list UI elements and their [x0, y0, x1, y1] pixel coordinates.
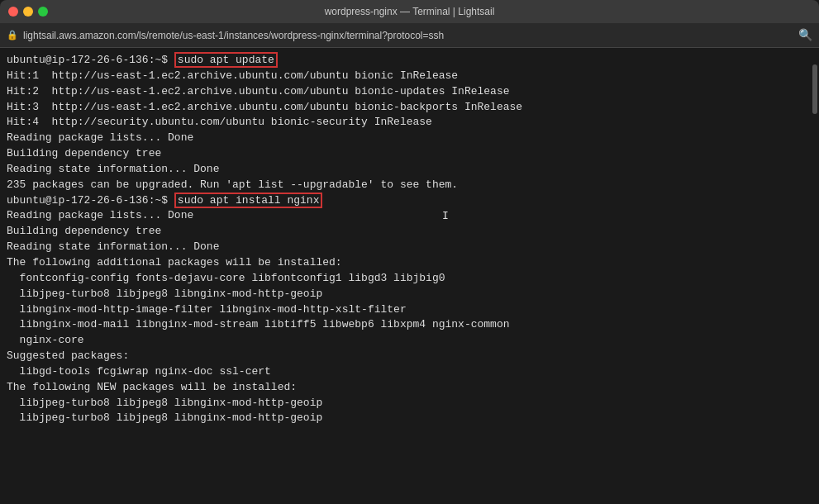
- titlebar: wordpress-nginx — Terminal | Lightsail: [0, 0, 819, 23]
- command-1: sudo apt update: [174, 52, 278, 68]
- line-14: The following additional packages will b…: [7, 256, 342, 269]
- address-text[interactable]: lightsail.aws.amazon.com/ls/remote/us-ea…: [23, 30, 444, 41]
- line-5: Hit:4 http://security.ubuntu.com/ubuntu …: [7, 116, 432, 128]
- line-4: Hit:3 http://us-east-1.ec2.archive.ubunt…: [7, 101, 522, 113]
- window-title: wordpress-nginx — Terminal | Lightsail: [325, 6, 495, 17]
- maximize-button[interactable]: [38, 7, 48, 17]
- line-22: The following NEW packages will be insta…: [7, 381, 297, 393]
- line-12: Building dependency tree: [7, 225, 264, 237]
- search-icon[interactable]: 🔍: [798, 28, 812, 42]
- window: wordpress-nginx — Terminal | Lightsail 🔒…: [0, 0, 819, 504]
- lock-icon: 🔒: [7, 30, 18, 40]
- line-9: 235 packages can be upgraded. Run 'apt l…: [7, 178, 458, 191]
- line-19: nginx-core: [7, 334, 84, 346]
- line-2: Hit:1 http://us-east-1.ec2.archive.ubunt…: [7, 69, 458, 82]
- addressbar: 🔒 lightsail.aws.amazon.com/ls/remote/us-…: [0, 23, 819, 48]
- line-7: Building dependency tree: [7, 147, 161, 159]
- line-23: libjpeg-turbo8 libjpeg8 libnginx-mod-htt…: [7, 397, 322, 409]
- traffic-lights: [8, 7, 48, 17]
- cursor: I: [442, 209, 449, 222]
- line-11: Reading package lists... Done: [7, 209, 193, 221]
- terminal[interactable]: ubuntu@ip-172-26-6-136:~$ sudo apt updat…: [0, 48, 819, 504]
- line-18: libnginx-mod-mail libnginx-mod-stream li…: [7, 318, 510, 330]
- prompt-1: ubuntu@ip-172-26-6-136:~$: [7, 54, 174, 66]
- line-3: Hit:2 http://us-east-1.ec2.archive.ubunt…: [7, 85, 510, 97]
- prompt-2: ubuntu@ip-172-26-6-136:~$: [7, 194, 174, 207]
- line-15: fontconfig-config fonts-dejavu-core libf…: [7, 272, 445, 284]
- line-16: libjpeg-turbo8 libjpeg8 libnginx-mod-htt…: [7, 288, 322, 300]
- line-24: libjpeg-turbo8 libjpeg8 libnginx-mod-htt…: [7, 411, 322, 424]
- line-6: Reading package lists... Done: [7, 131, 193, 144]
- close-button[interactable]: [8, 7, 18, 17]
- line-21: libgd-tools fcgiwrap nginx-doc ssl-cert: [7, 365, 271, 378]
- line-13: Reading state information... Done: [7, 240, 219, 253]
- terminal-output: ubuntu@ip-172-26-6-136:~$ sudo apt updat…: [7, 53, 812, 426]
- minimize-button[interactable]: [23, 7, 33, 17]
- command-2: sudo apt install nginx: [174, 193, 323, 208]
- line-8: Reading state information... Done: [7, 163, 219, 175]
- line-17: libnginx-mod-http-image-filter libnginx-…: [7, 303, 407, 316]
- scrollbar[interactable]: [812, 64, 817, 114]
- line-20: Suggested packages:: [7, 349, 129, 362]
